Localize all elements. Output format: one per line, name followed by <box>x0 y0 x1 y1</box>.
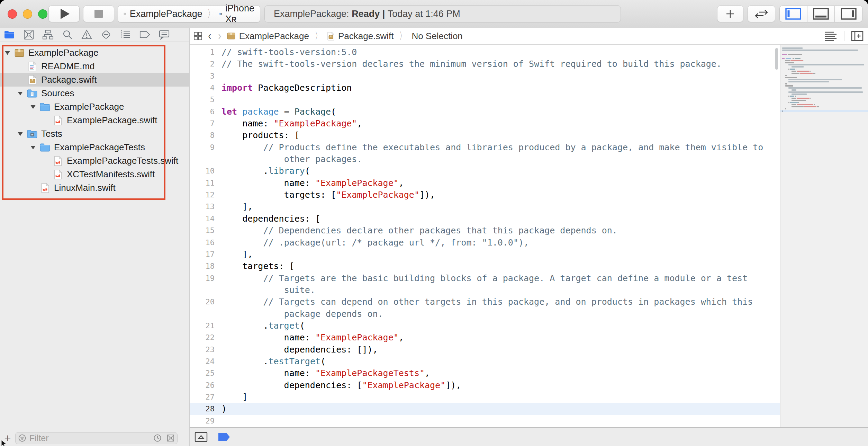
code-line-17[interactable]: 17 ], <box>190 249 780 260</box>
tree-item-examplepackage-swift[interactable]: ExamplePackage.swift <box>0 114 189 127</box>
issue-navigator-icon[interactable] <box>81 29 92 41</box>
tree-item-examplepackage[interactable]: ExamplePackage <box>0 100 189 114</box>
source-control-filter-icon[interactable] <box>166 434 175 442</box>
test-navigator-icon[interactable] <box>100 29 112 41</box>
debug-navigator-icon[interactable] <box>120 29 131 41</box>
code-line-18[interactable]: 18 targets: [ <box>190 260 780 272</box>
source-control-navigator-icon[interactable] <box>23 29 34 41</box>
zoom-window-button[interactable] <box>38 9 47 19</box>
code-line-28[interactable]: 28) <box>190 403 780 415</box>
editor-options-icon[interactable] <box>823 30 838 42</box>
toggle-navigator-button[interactable] <box>780 6 807 22</box>
panel-toggles <box>779 6 862 22</box>
toolbar: ExamplePackage 〉 iPhone Xʀ ExamplePackag… <box>0 0 868 28</box>
code-line-23[interactable]: 23 dependencies: []), <box>190 344 780 356</box>
code-line-27[interactable]: 27 ] <box>190 391 780 403</box>
code-line-9[interactable]: 9 // Products define the executables and… <box>190 142 780 153</box>
tree-item-package-swift[interactable]: Package.swift <box>0 73 189 87</box>
tree-item-examplepackage[interactable]: ExamplePackage <box>0 46 189 60</box>
disclosure-triangle[interactable] <box>17 90 27 96</box>
code-line-22[interactable]: 22 name: "ExamplePackage", <box>190 332 780 344</box>
report-navigator-icon[interactable] <box>159 29 170 41</box>
minimap-bar <box>788 64 864 65</box>
tree-item-xctestmanifests-swift[interactable]: XCTestManifests.swift <box>0 168 189 181</box>
code-line-wrap[interactable]: other packages. <box>190 153 780 165</box>
disclosure-triangle[interactable] <box>30 144 39 150</box>
code-line-25[interactable]: 25 name: "ExamplePackageTests", <box>190 367 780 379</box>
toggle-debug-bar-icon[interactable] <box>195 432 208 442</box>
minimap-bar <box>788 102 789 103</box>
minimap-bar <box>782 50 858 51</box>
code-line-29[interactable]: 29 <box>190 415 780 427</box>
back-button[interactable]: ‹ <box>208 29 211 42</box>
toggle-debug-area-button[interactable] <box>807 6 835 22</box>
minimap-bar <box>788 91 862 93</box>
code-line-15[interactable]: 15 // Dependencies declare other package… <box>190 225 780 237</box>
code-review-button[interactable] <box>748 6 775 22</box>
run-button[interactable] <box>48 6 80 22</box>
stop-button[interactable] <box>83 6 114 22</box>
tree-item-examplepackagetests-swift[interactable]: ExamplePackageTests.swift <box>0 154 189 168</box>
code-line-12[interactable]: 12 targets: ["ExamplePackage"]), <box>190 189 780 201</box>
add-editor-icon[interactable] <box>851 30 864 42</box>
related-items-icon[interactable] <box>193 31 203 41</box>
tree-item-label: ExamplePackage <box>54 101 124 112</box>
tree-item-readme-md[interactable]: README.md <box>0 60 189 73</box>
code-line-11[interactable]: 11 name: "ExamplePackage", <box>190 177 780 189</box>
code-line-16[interactable]: 16 // .package(url: /* package url */, f… <box>190 237 780 249</box>
code-lines[interactable]: 1// swift-tools-version:5.02// The swift… <box>190 46 780 427</box>
code-line-13[interactable]: 13 ], <box>190 201 780 213</box>
filter-field[interactable] <box>15 432 178 444</box>
toggle-inspector-button[interactable] <box>834 6 862 22</box>
code-line-2[interactable]: 2// The swift-tools-version declares the… <box>190 58 780 70</box>
breakpoint-navigator-icon[interactable] <box>139 29 151 41</box>
editor-scrollbar[interactable] <box>775 48 778 70</box>
code-line-7[interactable]: 7 name: "ExamplePackage", <box>190 118 780 130</box>
find-navigator-icon[interactable] <box>62 29 73 41</box>
code-line-1[interactable]: 1// swift-tools-version:5.0 <box>190 46 780 58</box>
minimize-window-button[interactable] <box>23 9 32 19</box>
line-text: // The swift-tools-version declares the … <box>215 58 722 70</box>
code-line-3[interactable]: 3 <box>190 70 780 82</box>
tree-item-linuxmain-swift[interactable]: LinuxMain.swift <box>0 181 189 195</box>
close-window-button[interactable] <box>8 9 17 19</box>
tree-item-examplepackagetests[interactable]: ExamplePackageTests <box>0 141 189 154</box>
code-line-10[interactable]: 10 .library( <box>190 165 780 177</box>
code-line-26[interactable]: 26 dependencies: ["ExamplePackage"]), <box>190 380 780 391</box>
code-line-wrap[interactable]: package depends on. <box>190 308 780 320</box>
code-line-24[interactable]: 24 .testTarget( <box>190 356 780 367</box>
tree-item-tests[interactable]: Tests <box>0 127 189 141</box>
breadcrumb-selection[interactable]: No Selection <box>412 31 462 42</box>
breadcrumb-file[interactable]: Package.swift <box>338 31 394 42</box>
line-number: 29 <box>190 415 215 427</box>
tree-item-label: XCTestManifests.swift <box>67 169 155 180</box>
code-line-21[interactable]: 21 .target( <box>190 320 780 332</box>
line-text: suite. <box>215 284 315 296</box>
code-line-6[interactable]: 6let package = Package( <box>190 106 780 118</box>
minimap-bar <box>790 69 795 70</box>
code-line-14[interactable]: 14 dependencies: [ <box>190 213 780 225</box>
project-navigator-icon[interactable] <box>3 29 15 41</box>
filter-input[interactable] <box>29 433 151 444</box>
code-line-4[interactable]: 4import PackageDescription <box>190 82 780 94</box>
scheme-selector[interactable]: ExamplePackage 〉 iPhone Xʀ <box>118 5 260 23</box>
source-editor[interactable]: 1// swift-tools-version:5.02// The swift… <box>190 45 868 427</box>
disclosure-triangle[interactable] <box>30 104 39 110</box>
symbol-navigator-icon[interactable] <box>42 29 54 41</box>
tree-item-sources[interactable]: Sources <box>0 87 189 100</box>
minimap-bar <box>792 71 796 72</box>
code-line-20[interactable]: 20 // Targets can depend on other target… <box>190 296 780 308</box>
code-line-19[interactable]: 19 // Targets are the basic building blo… <box>190 273 780 284</box>
forward-button[interactable]: › <box>218 29 221 42</box>
code-line-wrap[interactable]: suite. <box>190 284 780 296</box>
minimap[interactable] <box>780 45 868 427</box>
disclosure-triangle[interactable] <box>17 131 27 137</box>
breakpoints-enabled-icon[interactable] <box>218 432 230 441</box>
library-add-button[interactable] <box>717 6 743 22</box>
code-line-5[interactable]: 5 <box>190 94 780 106</box>
package-doc-icon <box>27 75 38 85</box>
recent-files-clock-icon[interactable] <box>153 434 162 442</box>
disclosure-triangle[interactable] <box>4 50 14 56</box>
breadcrumb-project[interactable]: ExamplePackage <box>239 31 309 42</box>
code-line-8[interactable]: 8 products: [ <box>190 130 780 141</box>
